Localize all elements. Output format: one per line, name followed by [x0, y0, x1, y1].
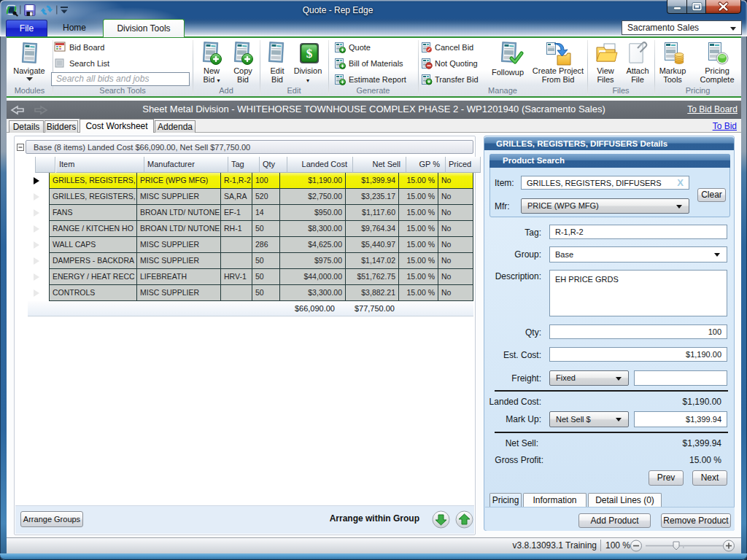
- svg-text:$: $: [306, 47, 313, 61]
